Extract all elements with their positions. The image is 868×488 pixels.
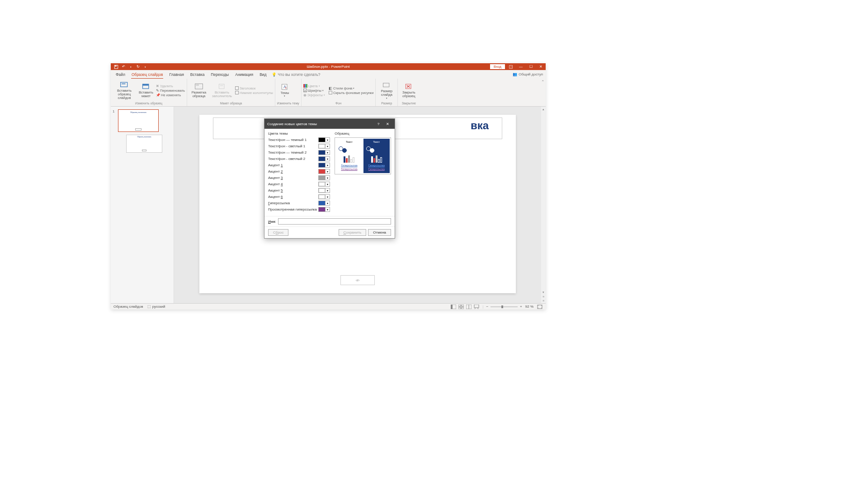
color-picker-button[interactable]: ▾ (318, 137, 330, 142)
chevron-down-icon: ▾ (325, 188, 330, 192)
insert-layout-button[interactable]: Вставить макет (137, 82, 155, 99)
checkbox-icon (329, 91, 332, 94)
chevron-down-icon: ▾ (322, 89, 324, 92)
slide-number-placeholder[interactable]: ‹#› (340, 275, 375, 285)
color-label: Текст/фон - светлый 2 (268, 157, 305, 161)
color-picker-button[interactable]: ▾ (318, 194, 330, 199)
svg-rect-22 (458, 307, 461, 309)
close-icon[interactable]: ✕ (536, 63, 546, 70)
cancel-button[interactable]: Отмена (368, 229, 391, 236)
reading-view-icon[interactable] (466, 305, 472, 309)
menu-file[interactable]: Файл (113, 70, 128, 79)
menu-animations[interactable]: Анимация (232, 70, 256, 79)
color-row-5: Акцент 2▾ (268, 169, 330, 174)
color-picker-button[interactable]: ▾ (318, 175, 330, 180)
thumbnail-1[interactable]: 1 Образец заголовка (113, 109, 172, 132)
normal-view-icon[interactable] (450, 305, 457, 309)
colors-button[interactable]: Цвета▾ (303, 84, 325, 88)
help-icon[interactable]: ? (374, 121, 383, 127)
name-input[interactable] (278, 218, 391, 225)
undo-icon[interactable]: ↶ (121, 64, 126, 70)
quick-access-toolbar: ↶ ▾ ↻ ▾ (111, 64, 151, 70)
scroll-up-icon[interactable]: ▴ (542, 108, 544, 111)
close-master-button[interactable]: Закрыть образец (400, 82, 418, 99)
color-picker-button[interactable]: ▾ (318, 207, 330, 212)
checkbox-icon (235, 91, 239, 94)
svg-rect-9 (196, 86, 198, 88)
status-bar: Образец слайдов ⬚ русский | − + 92 % (111, 303, 546, 310)
colors-icon (303, 84, 307, 88)
bg-styles-icon: ◧ (329, 86, 332, 90)
color-swatch (319, 207, 325, 211)
color-label: Гиперссылка (268, 201, 290, 205)
menu-insert[interactable]: Вставка (187, 70, 208, 79)
svg-rect-2 (509, 65, 513, 68)
color-swatch (319, 163, 325, 167)
ribbon-collapse-icon[interactable]: ⌃ (541, 80, 545, 84)
bg-styles-button[interactable]: ◧Стили фона▾ (329, 86, 373, 90)
color-swatch (319, 169, 325, 174)
redo-icon[interactable]: ↻ (135, 64, 141, 70)
color-picker-button[interactable]: ▾ (318, 169, 330, 174)
color-picker-button[interactable]: ▾ (318, 144, 330, 149)
master-layout-button[interactable]: Разметка образца (189, 82, 209, 99)
chevron-down-icon: ▾ (325, 169, 330, 174)
color-picker-button[interactable]: ▾ (318, 182, 330, 187)
title-text: вка (471, 119, 489, 132)
color-label: Акцент 1 (268, 163, 283, 167)
language-icon: ⬚ (147, 305, 151, 309)
chevron-down-icon: ▾ (325, 157, 330, 161)
zoom-slider[interactable] (491, 306, 518, 307)
maximize-icon[interactable]: ☐ (526, 63, 536, 70)
thumbnails-panel: 1 Образец заголовка Образец заголовка (111, 107, 174, 303)
color-row-1: Текст/фон - светлый 1▾ (268, 144, 330, 149)
zoom-in-button[interactable]: + (520, 305, 522, 309)
thumbnail-layout-1[interactable]: Образец заголовка (126, 135, 162, 153)
scroll-bar[interactable]: ▴ ▾ ≡ ≡ (541, 107, 546, 303)
menu-transitions[interactable]: Переходы (208, 70, 232, 79)
color-row-3: Текст/фон - светлый 2▾ (268, 156, 330, 161)
close-icon[interactable]: ✕ (383, 121, 392, 127)
save-icon[interactable] (113, 64, 119, 70)
slideshow-view-icon[interactable] (473, 305, 480, 309)
tell-me-search[interactable]: 💡 Что вы хотите сделать? (272, 72, 321, 77)
chevron-down-icon: ▾ (325, 176, 330, 180)
save-button: Сохранить (339, 229, 367, 236)
fit-window-icon[interactable] (537, 305, 543, 309)
minimize-icon[interactable]: — (516, 63, 526, 70)
preserve-button[interactable]: 📌Не изменять (156, 93, 185, 97)
zoom-level[interactable]: 92 % (525, 305, 533, 309)
effects-button[interactable]: ◉Эффекты▾ (303, 93, 325, 97)
next-slide-icon[interactable]: ≡ (542, 299, 544, 302)
login-button[interactable]: Вход (490, 64, 505, 69)
sorter-view-icon[interactable] (458, 305, 464, 309)
menu-slide-master[interactable]: Образец слайдов (128, 70, 166, 79)
share-button[interactable]: 👥 Общий доступ (513, 72, 543, 76)
color-picker-button[interactable]: ▾ (318, 150, 330, 155)
color-picker-button[interactable]: ▾ (318, 201, 330, 206)
insert-slide-master-button[interactable]: Вставить образец слайдов (113, 80, 136, 101)
dialog-title-bar[interactable]: Создание новых цветов темы ? ✕ (264, 119, 395, 129)
themes-button[interactable]: Aa Темы ▾ (277, 82, 292, 99)
color-picker-button[interactable]: ▾ (318, 156, 330, 161)
color-picker-button[interactable]: ▾ (318, 163, 330, 168)
ribbon-options-icon[interactable] (506, 63, 516, 70)
menu-home[interactable]: Главная (166, 70, 187, 79)
color-swatch (319, 201, 325, 205)
slide-size-button[interactable]: Размер слайда▾ (377, 80, 396, 100)
menu-view[interactable]: Вид (256, 70, 269, 79)
zoom-out-button[interactable]: − (486, 305, 488, 309)
prev-slide-icon[interactable]: ≡ (542, 295, 544, 298)
rename-button[interactable]: ✎Переименовать (156, 89, 185, 93)
hide-bg-checkbox[interactable]: Скрыть фоновые рисунки (329, 91, 373, 95)
color-swatch (319, 144, 325, 148)
color-row-10: Гиперссылка▾ (268, 201, 330, 206)
fonts-button[interactable]: AШрифты▾ (303, 89, 325, 93)
color-row-6: Акцент 3▾ (268, 175, 330, 180)
undo-dropdown-icon[interactable]: ▾ (128, 64, 133, 70)
language-button[interactable]: ⬚ русский (147, 305, 165, 309)
colors-section-label: Цвета темы (268, 131, 330, 136)
scroll-down-icon[interactable]: ▾ (542, 291, 544, 294)
qat-dropdown-icon[interactable]: ▾ (142, 64, 148, 70)
color-picker-button[interactable]: ▾ (318, 188, 330, 193)
